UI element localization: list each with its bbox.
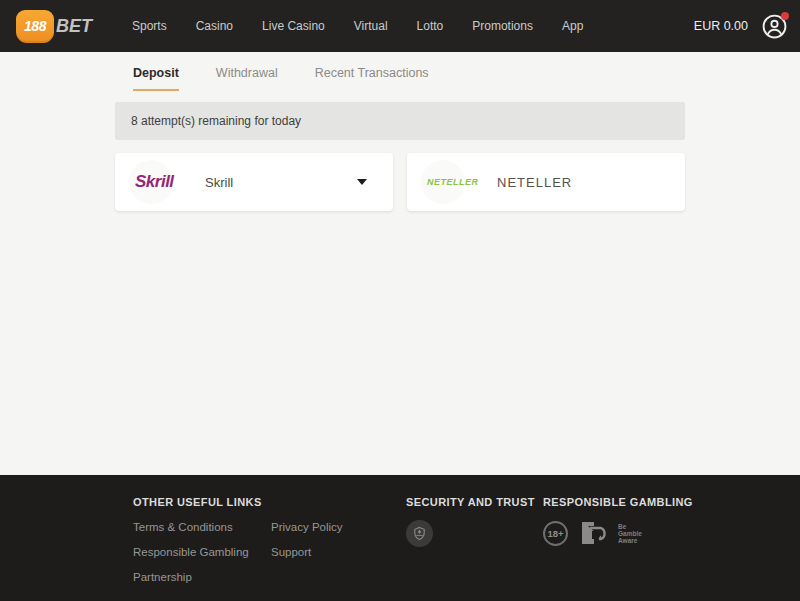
footer-security-section: SECURITY AND TRUST xyxy=(406,496,543,601)
skrill-label: Skrill xyxy=(205,175,233,190)
logo-188-badge: 188 xyxy=(16,10,54,43)
nav-item-lotto[interactable]: Lotto xyxy=(417,19,444,33)
notification-dot xyxy=(781,12,789,20)
tab-withdrawal[interactable]: Withdrawal xyxy=(216,66,278,91)
nav-item-sports[interactable]: Sports xyxy=(132,19,167,33)
main-content: Deposit Withdrawal Recent Transactions 8… xyxy=(0,52,800,475)
chevron-down-icon[interactable] xyxy=(357,179,367,185)
nav-item-promotions[interactable]: Promotions xyxy=(472,19,533,33)
tab-deposit[interactable]: Deposit xyxy=(133,66,179,91)
page-footer: OTHER USEFUL LINKS Terms & Conditions Pr… xyxy=(0,475,800,601)
footer-links-heading: OTHER USEFUL LINKS xyxy=(133,496,406,508)
footer-link-privacy[interactable]: Privacy Policy xyxy=(271,521,406,533)
header-right: EUR 0.00 xyxy=(694,14,787,39)
footer-responsible-heading: RESPONSIBLE GAMBLING xyxy=(543,496,693,508)
neteller-label: NETELLER xyxy=(497,175,572,190)
footer-link-support[interactable]: Support xyxy=(271,546,406,558)
account-balance: EUR 0.00 xyxy=(694,19,748,33)
footer-link-terms[interactable]: Terms & Conditions xyxy=(133,521,271,533)
skrill-logo-wrap: Skrill xyxy=(135,172,187,192)
skrill-logo: Skrill xyxy=(135,172,174,192)
begambleaware-icon: Be Gamble Aware xyxy=(618,523,642,544)
footer-links-section: OTHER USEFUL LINKS Terms & Conditions Pr… xyxy=(133,496,406,601)
bga-line: Aware xyxy=(618,537,642,544)
user-avatar-icon[interactable] xyxy=(762,14,787,39)
footer-security-heading: SECURITY AND TRUST xyxy=(406,496,543,508)
responsible-gambling-icons: 18+ Be Gamble Aware xyxy=(543,520,693,546)
payment-card-neteller[interactable]: NETELLER NETELLER xyxy=(407,153,685,211)
payment-card-skrill[interactable]: Skrill Skrill xyxy=(115,153,393,211)
footer-link-partnership[interactable]: Partnership xyxy=(133,571,271,583)
bga-line: Be xyxy=(618,523,642,530)
nav-item-live-casino[interactable]: Live Casino xyxy=(262,19,325,33)
footer-link-responsible-gambling[interactable]: Responsible Gambling xyxy=(133,546,271,558)
footer-responsible-section: RESPONSIBLE GAMBLING 18+ Be Gamble Aware xyxy=(543,496,693,601)
logo-bet-text: BET xyxy=(56,16,92,37)
nav-item-casino[interactable]: Casino xyxy=(196,19,233,33)
main-nav: Sports Casino Live Casino Virtual Lotto … xyxy=(132,19,583,33)
brand-logo[interactable]: 188 BET xyxy=(16,10,92,43)
neteller-logo-wrap: NETELLER xyxy=(427,177,479,187)
security-seal-icon xyxy=(406,520,433,547)
neteller-logo: NETELLER xyxy=(427,177,479,187)
top-header: 188 BET Sports Casino Live Casino Virtua… xyxy=(0,0,800,52)
footer-links-grid: Terms & Conditions Privacy Policy Respon… xyxy=(133,521,406,583)
payment-method-cards: Skrill Skrill NETELLER NETELLER xyxy=(115,153,685,211)
tab-recent-transactions[interactable]: Recent Transactions xyxy=(315,66,429,91)
attempts-remaining-notice: 8 attempt(s) remaining for today xyxy=(115,102,685,140)
deposit-tabs: Deposit Withdrawal Recent Transactions xyxy=(115,52,685,91)
gamcare-icon xyxy=(579,520,607,546)
bga-line: Gamble xyxy=(618,530,642,537)
nav-item-virtual[interactable]: Virtual xyxy=(354,19,388,33)
nav-item-app[interactable]: App xyxy=(562,19,583,33)
18-plus-icon: 18+ xyxy=(543,521,568,546)
